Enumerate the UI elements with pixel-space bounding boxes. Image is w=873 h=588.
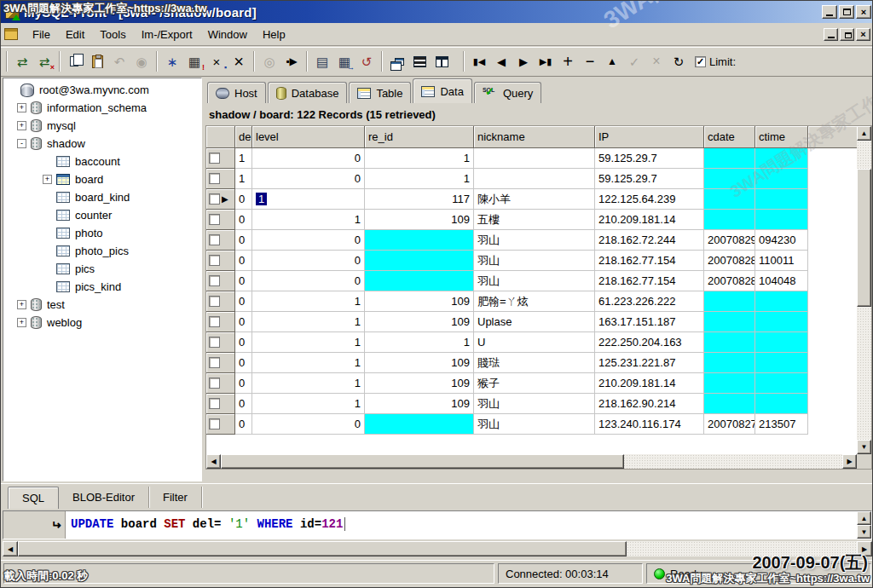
tree-item-board[interactable]: +board — [3, 170, 201, 188]
limit-checkbox[interactable]: ✓ — [695, 56, 706, 67]
cell-re_id[interactable] — [365, 414, 474, 435]
column-header-de[interactable]: de — [235, 126, 252, 148]
cell-nickname[interactable]: 羽山 — [474, 414, 595, 435]
disconnect-button[interactable]: ⇄× — [33, 50, 55, 72]
row-checkbox[interactable] — [209, 234, 220, 245]
cell-cdate[interactable]: 20070828 — [704, 271, 755, 291]
copy-button[interactable] — [64, 50, 86, 72]
cell-level[interactable]: 0 — [252, 169, 365, 189]
cell-nickname[interactable]: 陳小羊 — [474, 189, 595, 210]
cell-re_id[interactable] — [365, 271, 474, 291]
cell-re_id[interactable]: 1 — [365, 332, 474, 353]
cell-de[interactable]: 0 — [235, 312, 252, 332]
cell-ip[interactable]: 163.17.151.187 — [595, 312, 704, 332]
last-record-button[interactable]: ▶▮ — [535, 50, 557, 72]
row-checkbox[interactable] — [209, 296, 220, 307]
export-records-button[interactable]: ▦→ — [333, 50, 356, 72]
cell-ctime[interactable] — [755, 312, 808, 332]
cell-level[interactable]: 1 — [252, 189, 365, 210]
tree-item-board-kind[interactable]: board_kind — [3, 188, 201, 206]
cell-re_id[interactable] — [365, 230, 474, 251]
cell-ctime[interactable] — [755, 189, 808, 210]
cell-cdate[interactable]: 20070828 — [704, 251, 755, 271]
tree-item-counter[interactable]: counter — [3, 206, 201, 224]
cell-level[interactable]: 0 — [252, 230, 365, 251]
row-selector[interactable] — [206, 332, 235, 353]
row-checkbox[interactable] — [209, 173, 220, 184]
row-checkbox[interactable] — [209, 275, 220, 286]
tree-item-root-3wa-myvnc-com[interactable]: root@3wa.myvnc.com — [3, 81, 201, 99]
cell-ip[interactable]: 123.240.116.174 — [595, 414, 704, 435]
text-editor-button[interactable]: ▤ — [311, 50, 333, 72]
scroll-right-arrow-icon[interactable]: ▶ — [842, 454, 857, 469]
cell-cdate[interactable]: 20070827 — [704, 414, 755, 435]
cell-nickname[interactable]: 五樓 — [474, 210, 595, 230]
menu-help[interactable]: Help — [255, 26, 293, 43]
cell-nickname[interactable]: 羽山 — [474, 230, 595, 251]
editor-scroll-down-icon[interactable]: ▼ — [857, 525, 871, 539]
tab-database[interactable]: Database — [268, 82, 348, 103]
cell-cdate[interactable] — [704, 332, 755, 353]
cell-re_id[interactable]: 117 — [365, 189, 474, 210]
cell-level[interactable]: 0 — [252, 271, 365, 291]
edit-record-button[interactable]: ▲ — [601, 50, 623, 72]
row-selector[interactable] — [206, 312, 235, 332]
expand-icon[interactable]: + — [17, 121, 26, 130]
cell-re_id[interactable]: 109 — [365, 210, 474, 230]
cell-ip[interactable]: 210.209.181.14 — [595, 210, 704, 230]
cell-level[interactable]: 1 — [252, 312, 365, 332]
alter-table-button[interactable]: ▦! — [183, 50, 205, 72]
child-restore-button[interactable] — [840, 28, 854, 41]
cell-re_id[interactable]: 109 — [365, 353, 474, 373]
cell-ctime[interactable] — [755, 373, 808, 394]
cell-ip[interactable]: 61.223.226.222 — [595, 291, 704, 312]
cell-de[interactable]: 1 — [235, 148, 252, 169]
cell-ip[interactable]: 218.162.77.154 — [595, 271, 704, 291]
cell-nickname[interactable]: Uplase — [474, 312, 595, 332]
cell-de[interactable]: 0 — [235, 251, 252, 271]
column-header-re_id[interactable]: re_id — [365, 126, 474, 148]
column-header-ctime[interactable]: ctime — [755, 126, 808, 148]
column-header-ip[interactable]: IP — [595, 126, 704, 148]
cell-re_id[interactable]: 1 — [365, 169, 474, 189]
editor-scroll-left-icon[interactable]: ◀ — [3, 541, 18, 556]
cell-level[interactable]: 1 — [252, 291, 365, 312]
grid-vertical-scrollbar[interactable]: ▲ ▼ — [857, 126, 871, 454]
cell-ip[interactable]: 222.250.204.163 — [595, 332, 704, 353]
grid-horizontal-scrollbar[interactable]: ◀ ▶ — [206, 454, 857, 469]
cell-cdate[interactable] — [704, 148, 755, 169]
tree-item-pics[interactable]: pics — [3, 260, 201, 278]
bottom-tab-filter[interactable]: Filter — [149, 487, 202, 508]
row-selector[interactable] — [206, 291, 235, 312]
tree-item-test[interactable]: +test — [3, 296, 201, 314]
cell-re_id[interactable]: 109 — [365, 291, 474, 312]
drop-object-button[interactable]: ×▪ — [205, 50, 228, 72]
cell-nickname[interactable] — [474, 169, 595, 189]
cell-ctime[interactable] — [755, 169, 808, 189]
cell-nickname[interactable]: 猴子 — [474, 373, 595, 394]
row-checkbox[interactable] — [209, 418, 220, 429]
scroll-up-arrow-icon[interactable]: ▲ — [857, 126, 871, 141]
row-selector[interactable] — [206, 373, 235, 394]
cell-ip[interactable]: 218.162.77.154 — [595, 251, 704, 271]
cell-ip[interactable]: 59.125.29.7 — [595, 148, 704, 169]
horizontal-scroll-thumb[interactable] — [221, 454, 624, 469]
cell-cdate[interactable] — [704, 291, 755, 312]
minimize-button[interactable] — [822, 5, 837, 19]
cell-nickname[interactable]: 肥翰=ㄚ炫 — [474, 291, 595, 312]
cell-cdate[interactable]: 20070829 — [704, 230, 755, 251]
cell-ctime[interactable] — [755, 210, 808, 230]
cell-ctime[interactable]: 104048 — [755, 271, 808, 291]
cell-nickname[interactable] — [474, 148, 595, 169]
column-header-selector[interactable] — [206, 126, 235, 148]
cell-re_id[interactable] — [365, 251, 474, 271]
cell-cdate[interactable] — [704, 394, 755, 414]
expand-icon[interactable]: + — [17, 300, 26, 309]
row-selector[interactable]: ▶ — [206, 189, 235, 210]
tree-item-mysql[interactable]: +mysql — [3, 117, 201, 135]
cell-re_id[interactable]: 109 — [365, 373, 474, 394]
cell-de[interactable]: 0 — [235, 271, 252, 291]
bottom-tab-sql[interactable]: SQL — [8, 487, 59, 509]
cell-ctime[interactable]: 094230 — [755, 230, 808, 251]
editor-horizontal-thumb[interactable] — [18, 541, 627, 556]
